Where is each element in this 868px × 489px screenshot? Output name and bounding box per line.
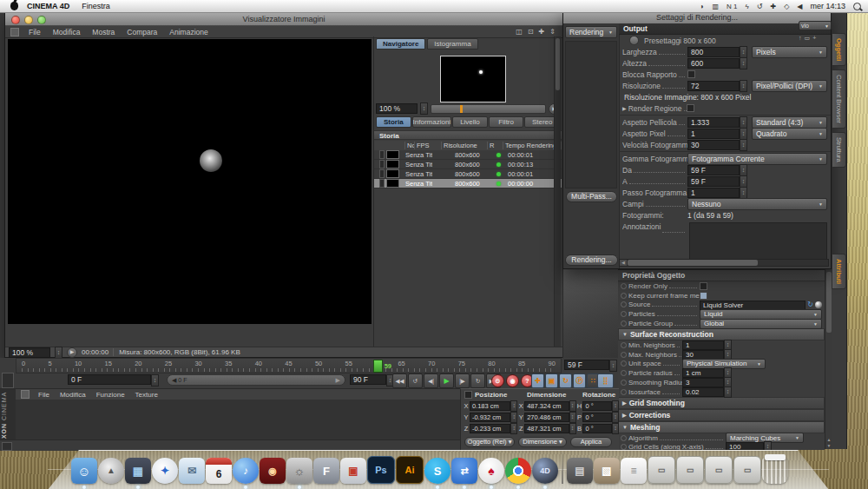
aspetto-pixel-input[interactable]: 1 [687,129,740,139]
pan-view-icon[interactable]: ✚ [539,28,545,36]
status-play-icon[interactable]: ▶ [67,347,77,358]
teamviewer-dock-icon[interactable]: ⇄ [451,458,477,484]
source-link-icon[interactable]: ↻ [807,301,813,308]
pixel-probe-icon[interactable]: ⊡ [528,28,534,36]
aspetto-pellicola-input[interactable]: 1.333 [687,117,740,128]
tab-istogramma[interactable]: Istogramma [427,38,477,50]
photos-stack-icon[interactable]: ▧ [594,458,620,484]
selection-set-button[interactable]: ⣿ [597,373,614,388]
object-manager-menu-dropdown[interactable]: vio▼ [799,21,832,30]
viewer-panel-tab[interactable]: Informazioni [412,116,452,128]
documents-stack-icon[interactable]: ≡ [621,458,647,484]
gamma-fotogramma-dropdown[interactable]: Fotogramma Corrente▼ [687,153,827,165]
record-scale-toggle[interactable]: ▣ [545,373,558,388]
zoom-spinner[interactable]: ↕ [420,102,428,115]
menu-item[interactable]: Modifica [55,391,91,399]
record-rotation-toggle[interactable]: ↻ [559,373,572,388]
col-nome[interactable]: Nome [405,142,415,149]
menu-item[interactable]: File [33,391,55,399]
illustrator-dock-icon[interactable]: Ai [396,456,424,484]
source-field[interactable]: Liquid Solver [700,301,806,310]
rotation-input[interactable]: 0 ° [582,424,612,433]
mail-dock-icon[interactable]: ✉ [179,458,205,484]
sync-status-icon[interactable]: ϟ [746,3,749,10]
settings-category-list[interactable] [565,41,617,188]
app-menu[interactable]: CINEMA 4D [27,2,69,10]
section-meshing[interactable]: ▼Meshing [618,421,825,433]
particle-radius-input[interactable]: 1 cm [682,368,724,378]
play-button[interactable]: ▶ [439,373,454,388]
annotazioni-textarea[interactable] [689,222,827,264]
battery-status-icon[interactable]: ◇ [784,3,789,10]
mission-control-dock-icon[interactable]: ▦ [125,458,151,484]
slider-handle[interactable] [460,105,463,113]
campi-dropdown[interactable]: Nessuno▼ [687,198,827,210]
render-settings-titlebar[interactable]: Settaggi di Rendering... [563,11,831,24]
panel-scrollbar[interactable] [554,36,561,347]
section-surface-reconstruction[interactable]: ▼Surface Reconstruction [618,328,825,340]
menu-item[interactable]: Modifica [47,28,87,36]
tab-navigatore[interactable]: Navigatore [376,38,425,50]
viewer-panel-tab[interactable]: Storia [376,116,411,128]
zoom-button[interactable] [37,16,46,24]
cinema4d-dock-icon[interactable]: 4D [532,458,558,484]
Senza Titolo 2 *[interactable]: Senza Titolo 2 * 800x600 00:00:13 [374,160,562,169]
object-manager-icon[interactable]: ▭ [805,35,811,42]
col-fps[interactable]: FPS [415,142,442,149]
goto-start-button[interactable]: ◀◀ [392,373,407,388]
dock-divider[interactable] [562,453,563,484]
ink-status-icon[interactable]: ◗ [700,3,705,10]
timeline-menu-box[interactable] [2,373,14,388]
dimension-input[interactable]: 487.324 cm [524,401,569,411]
autokey-button[interactable]: ◉ [506,374,519,387]
render-preset-dropdown[interactable]: Rendering▼ [565,26,617,38]
keyboard-layout-status[interactable]: N 1 [727,3,737,10]
chrome-dock-icon[interactable] [505,458,531,484]
finder-dock-icon[interactable]: ☺ [71,458,97,484]
photo-booth-dock-icon[interactable]: ◉ [260,458,286,484]
position-input[interactable]: -0.233 cm [470,424,510,433]
presets-label[interactable]: Presettaggi 800 x 600 [644,36,716,45]
oggetto-rel-dropdown[interactable]: Oggetto (Rel) ▾ [464,437,515,447]
render-only-checkbox[interactable] [700,282,707,290]
minimize-button[interactable] [24,16,33,24]
spotlight-icon[interactable] [853,3,861,10]
font-book-dock-icon[interactable]: F [313,458,339,484]
accessibility-status-icon[interactable]: ✚ [770,3,776,10]
time-machine-status-icon[interactable]: ↺ [757,3,763,10]
col-risoluzione[interactable]: Risoluzione [442,142,488,149]
section-corrections[interactable]: ▶Corrections [618,409,825,421]
minimized-window-4[interactable]: ▭ [733,456,761,484]
close-button[interactable] [11,16,20,24]
photoshop-dock-icon[interactable]: Ps [367,456,395,484]
Senza Titolo 2 *[interactable]: Senza Titolo 2 * 800x600 00:00:01 [374,169,562,179]
record-parameter-toggle[interactable]: Ⓟ [573,373,586,388]
source-object-icon[interactable] [815,301,822,308]
applica-button[interactable]: Applica [570,437,612,447]
zoom-view-icon[interactable]: ⇕ [549,28,556,36]
col-tempo[interactable]: Tempo Rendering [503,142,562,149]
altezza-input[interactable]: 600 [687,58,740,69]
multi-pass-button[interactable]: Multi-Pass... [566,191,617,202]
play-backward-button[interactable]: ↺ [408,373,423,388]
section-grid-smoothing[interactable]: ▶Grid Smoothing [618,397,825,409]
manager-tab[interactable]: Struttura [832,132,846,168]
dimension-input[interactable]: 270.486 cm [524,413,569,422]
material-list-area[interactable] [16,400,460,439]
rotation-input[interactable]: 0 ° [582,401,612,411]
next-frame-button[interactable]: |▶ [455,373,470,388]
grid-cells-input[interactable]: 100 [726,442,764,450]
larghezza-unit-dropdown[interactable]: Pixels▼ [752,46,827,58]
larghezza-input[interactable]: 800 [687,47,740,57]
vmware-fusion-dock-icon[interactable]: ▣ [340,458,366,484]
navigator-zoom-slider[interactable] [431,104,546,114]
navigator-thumbnail[interactable] [440,56,506,102]
footer-grip-icon[interactable] [2,442,12,451]
apple-menu-icon[interactable] [10,2,18,10]
manager-tab[interactable]: Content Browser [832,69,846,129]
tab-attributi[interactable]: Attributi [832,254,846,289]
camera-stack-icon[interactable]: ▤ [567,458,593,484]
presets-button[interactable] [629,36,639,45]
menu-item[interactable]: Compara [121,28,163,36]
timeline-ruler[interactable]: 0510152025303540455055657075808590 59 [16,358,562,373]
